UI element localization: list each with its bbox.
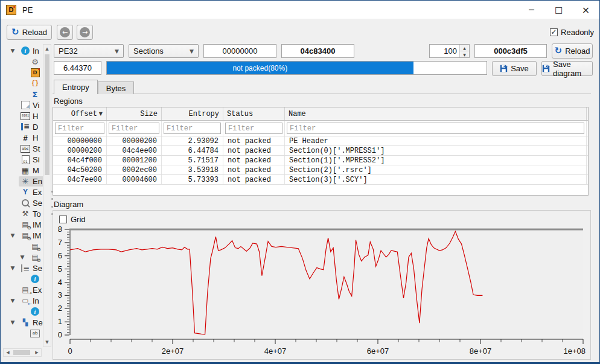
expander-icon[interactable]: ▼ — [7, 232, 19, 238]
sidebar-item-signatures[interactable]: Si — [3, 154, 43, 165]
sidebar-item-resources-sub[interactable] — [3, 328, 43, 339]
cell-status: not packed — [223, 175, 285, 184]
svg-text:2: 2 — [58, 304, 62, 313]
sidebar-item-label: Ex — [33, 286, 42, 295]
scroll-right-icon[interactable]: ▶ — [33, 349, 41, 356]
table-row[interactable]: 04c7ee00000046005.73393not packedSection… — [53, 175, 588, 185]
regions-table[interactable]: Offset▼SizeEntropyStatusName000000000000… — [53, 107, 589, 196]
titlebar[interactable]: D PE ─ □ × — [1, 1, 599, 19]
entropy-total-field[interactable]: 6.44370 — [54, 61, 101, 75]
close-button[interactable]: × — [572, 1, 599, 19]
save-diagram-button[interactable]: Save diagram — [541, 61, 593, 76]
sidebar-item-sigma[interactable] — [3, 89, 43, 100]
count-value: 100 — [430, 46, 459, 56]
expander-icon[interactable]: ▼ — [7, 48, 19, 54]
sidebar-item-die-script[interactable] — [3, 67, 43, 78]
sidebar-item-image-sub-1[interactable] — [3, 241, 43, 252]
count-spinner[interactable]: 100 ▲▼ — [429, 44, 470, 58]
expander-icon[interactable]: ▼ — [7, 265, 19, 271]
reload-icon — [555, 46, 563, 56]
expander-icon[interactable]: ▼ — [16, 254, 28, 260]
region-combo[interactable]: Sections ▼ — [129, 44, 199, 58]
sidebar-item-sections[interactable]: ▼Se — [3, 263, 43, 273]
sidebar-item-file-type[interactable] — [3, 78, 43, 89]
back-button[interactable]: ← — [57, 25, 73, 40]
scroll-up-icon[interactable]: ▲ — [43, 45, 51, 53]
cell-status: not packed — [223, 146, 285, 155]
column-header-name[interactable]: Name — [285, 107, 587, 120]
tree-vscrollbar[interactable]: ▲ ▼ — [43, 44, 51, 347]
tree-hscroll-thumb[interactable] — [13, 350, 30, 355]
expander-icon[interactable]: ▼ — [7, 319, 19, 325]
reload2-button[interactable]: Reload — [552, 43, 593, 59]
cell-name: Section(0)['.MPRESS1'] — [285, 146, 587, 155]
sidebar-item-label: Vi — [33, 101, 39, 110]
sidebar-item-tools[interactable]: To — [3, 208, 43, 219]
hash-icon — [21, 133, 30, 142]
table-row[interactable]: 04c4f000000012005.71517not packedSection… — [53, 156, 588, 165]
column-header-size[interactable]: Size — [107, 107, 162, 120]
sidebar-item-import-info[interactable] — [3, 306, 43, 317]
sidebar-item-image-sub-2[interactable]: ▼ — [3, 252, 43, 263]
memory-map-icon — [21, 166, 30, 175]
table-row[interactable]: 04c502000002ec003.53918not packedSection… — [53, 165, 588, 175]
scroll-down-icon[interactable]: ▼ — [43, 338, 51, 346]
sidebar-item-search[interactable]: Se — [3, 197, 43, 208]
sidebar-item-hash[interactable]: H — [3, 132, 43, 143]
filetype-combo[interactable]: PE32 ▼ — [54, 44, 124, 58]
sidebar-item-visualization[interactable]: Vi — [3, 100, 43, 110]
sidebar-item-image-header-1[interactable]: IM — [3, 219, 43, 230]
filter-input-status[interactable] — [225, 123, 282, 134]
diagram-group-label: Diagram — [54, 200, 83, 209]
tree-hscrollbar[interactable]: ◀ ▶ — [3, 348, 42, 357]
sidebar-item-extractor[interactable]: Ex — [3, 187, 43, 197]
sidebar-item-label: Si — [33, 155, 40, 164]
size-field[interactable]: 04c83400 — [281, 44, 354, 58]
column-header-entropy[interactable]: Entropy — [162, 107, 223, 120]
column-header-status[interactable]: Status — [223, 107, 285, 120]
sidebar-item-memory-map[interactable]: M — [3, 165, 43, 176]
minimize-button[interactable]: ─ — [518, 1, 545, 19]
readonly-checkbox[interactable] — [550, 28, 558, 36]
table-row[interactable]: 0000020004c4ee006.44784not packedSection… — [53, 146, 588, 156]
table-row[interactable]: 00000000000002002.93092not packedPE Head… — [53, 136, 588, 146]
scroll-left-icon[interactable]: ◀ — [4, 349, 12, 356]
sidebar-item-disasm[interactable]: D — [3, 121, 43, 132]
offset-field[interactable]: 00000000 — [203, 44, 276, 58]
sidebar-item-sections-info[interactable] — [3, 273, 43, 284]
sidebar-item-image-header-2[interactable]: ▼IM — [3, 230, 43, 241]
filter-input-offset[interactable] — [55, 123, 104, 134]
tree-vscroll-thumb[interactable] — [45, 54, 49, 175]
filter-input-size[interactable] — [109, 123, 159, 134]
column-header-offset[interactable]: Offset▼ — [53, 107, 107, 120]
cell-status: not packed — [223, 156, 285, 165]
sidebar-item-info[interactable]: ▼In — [3, 45, 43, 56]
reload2-button-label: Reload — [565, 46, 590, 56]
filter-input-entropy[interactable] — [164, 123, 221, 134]
tab-bytes[interactable]: Bytes — [98, 81, 135, 94]
tab-entropy[interactable]: Entropy — [54, 80, 98, 94]
readonly-checkbox-wrap[interactable]: Readonly — [550, 28, 594, 37]
sidebar-item-resources[interactable]: ▼Re — [3, 317, 43, 328]
maximize-button[interactable]: □ — [545, 1, 572, 19]
sidebar-item-options[interactable] — [3, 56, 43, 67]
cell-size: 0002ec00 — [107, 165, 162, 174]
save-button[interactable]: Save — [492, 61, 537, 76]
grid-checkbox-wrap[interactable]: Grid — [59, 215, 86, 224]
expander-icon[interactable]: ▼ — [7, 298, 19, 304]
grid-checkbox[interactable] — [59, 216, 67, 223]
filter-input-name[interactable] — [287, 123, 584, 134]
forward-button[interactable]: → — [77, 25, 93, 40]
sidebar-item-hex[interactable]: H — [3, 110, 43, 121]
spin-up-icon[interactable]: ▲ — [460, 45, 469, 51]
sidebar-item-strings[interactable]: St — [3, 143, 43, 154]
size2-field[interactable]: 000c3df5 — [474, 44, 547, 58]
sidebar-item-import[interactable]: ▼In — [3, 295, 43, 306]
sidebar-item-export[interactable]: Ex — [3, 284, 43, 295]
sidebar-item-label: St — [33, 144, 40, 153]
cell-entropy: 5.73393 — [162, 175, 223, 184]
spin-down-icon[interactable]: ▼ — [460, 51, 469, 57]
sidebar-item-entropy[interactable]: En — [3, 176, 43, 187]
reload-button[interactable]: Reload — [7, 25, 52, 40]
svg-text:1: 1 — [58, 317, 62, 326]
